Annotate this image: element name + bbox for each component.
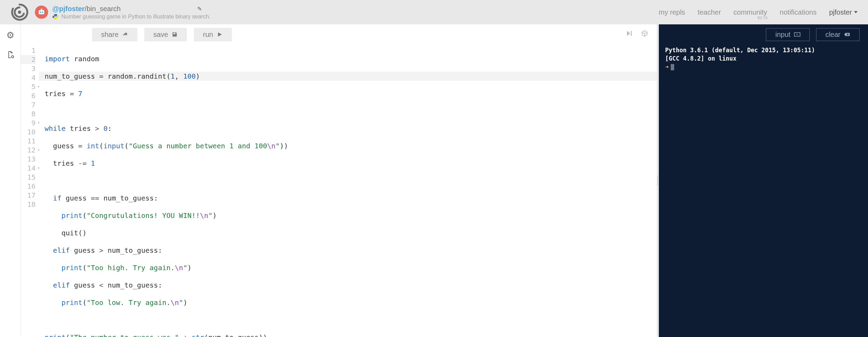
- share-button[interactable]: share: [92, 28, 137, 41]
- edit-title-icon[interactable]: ✎: [197, 6, 202, 12]
- svg-rect-1: [39, 10, 44, 14]
- settings-gear-icon[interactable]: ⚙: [6, 30, 14, 41]
- dropdown-caret-icon: [854, 11, 858, 13]
- user-handle[interactable]: @pjfoster: [52, 5, 85, 13]
- console-pane: input clear Python 3.6.1 (default, Dec 2…: [659, 24, 868, 337]
- svg-rect-4: [41, 9, 42, 10]
- nav-teacher[interactable]: teacher: [698, 8, 721, 16]
- editor-toolbar: share save run: [21, 24, 657, 45]
- console-input-button[interactable]: input: [766, 28, 809, 41]
- prompt-arrow-icon: ➜: [665, 63, 669, 70]
- cursor-icon: [671, 64, 674, 70]
- console-clear-button[interactable]: clear: [816, 28, 860, 41]
- nav-community[interactable]: community BETA: [733, 8, 767, 16]
- input-icon: [794, 32, 800, 37]
- console-input-label: input: [775, 31, 790, 39]
- nav-username: pjfoster: [829, 8, 852, 16]
- top-nav: my repls teacher community BETA notifica…: [659, 8, 858, 16]
- play-icon: [216, 31, 223, 38]
- nav-user-menu[interactable]: pjfoster: [829, 8, 858, 16]
- save-icon: [172, 31, 178, 38]
- package-cube-icon[interactable]: [641, 30, 648, 39]
- console-prompt[interactable]: ➜: [665, 63, 862, 71]
- svg-point-3: [42, 11, 43, 13]
- console-output[interactable]: Python 3.6.1 (default, Dec 2015, 13:05:1…: [659, 45, 868, 337]
- share-label: share: [101, 31, 119, 39]
- nav-community-label: community: [733, 8, 767, 16]
- code-editor[interactable]: 123456789101112131415161718 import rando…: [21, 45, 657, 337]
- save-button[interactable]: save: [144, 28, 187, 41]
- pane-splitter[interactable]: [657, 24, 659, 337]
- code-lines[interactable]: import random num_to_guess = random.rand…: [39, 45, 657, 337]
- user-avatar-icon[interactable]: [35, 6, 48, 19]
- header-bar: @pjfoster/bin_search ✎ Number guessing g…: [0, 0, 868, 24]
- main-area: ⚙ share save run: [0, 24, 868, 337]
- clear-icon: [844, 32, 850, 37]
- editor-pane: share save run 123456789101112131: [21, 24, 657, 337]
- line-gutter: 123456789101112131415161718: [21, 45, 39, 337]
- svg-rect-6: [631, 31, 632, 36]
- left-toolbar: ⚙: [0, 24, 21, 337]
- console-line-2: [GCC 4.8.2] on linux: [665, 54, 862, 63]
- python-icon: [52, 14, 59, 20]
- repl-description: Number guessing game in Python to illust…: [61, 14, 211, 20]
- svg-point-2: [40, 11, 41, 13]
- save-label: save: [153, 31, 168, 39]
- svg-point-0: [18, 10, 21, 14]
- replit-logo-icon[interactable]: [10, 3, 29, 21]
- new-file-icon[interactable]: [6, 50, 15, 61]
- share-icon: [122, 31, 128, 38]
- run-label: run: [203, 31, 213, 39]
- console-toolbar: input clear: [659, 24, 868, 45]
- repl-title-block: @pjfoster/bin_search ✎ Number guessing g…: [52, 5, 211, 20]
- console-line-1: Python 3.6.1 (default, Dec 2015, 13:05:1…: [665, 46, 862, 54]
- console-clear-label: clear: [825, 31, 840, 39]
- beta-badge: BETA: [757, 16, 768, 20]
- step-forward-icon[interactable]: [625, 30, 633, 39]
- run-button[interactable]: run: [194, 28, 232, 41]
- repl-name[interactable]: /bin_search: [85, 5, 121, 13]
- nav-my-repls[interactable]: my repls: [659, 8, 685, 16]
- nav-notifications[interactable]: notifications: [780, 8, 817, 16]
